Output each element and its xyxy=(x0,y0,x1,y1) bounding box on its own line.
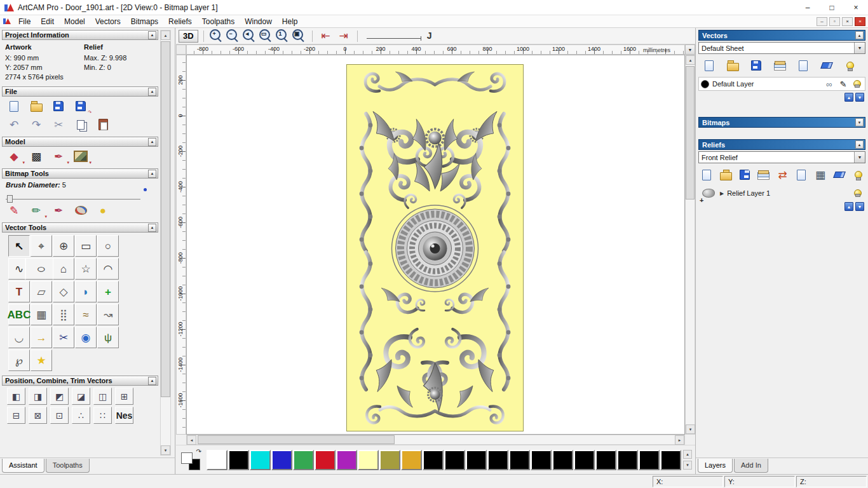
project-information-header[interactable]: Project Information xyxy=(2,30,158,40)
dropdown-arrow-icon[interactable] xyxy=(854,43,865,53)
fg-bg-colour-selector[interactable] xyxy=(181,450,201,470)
collapse-icon[interactable] xyxy=(148,170,156,178)
create-arc[interactable]: ◠ xyxy=(97,258,119,280)
scroll-right-icon[interactable]: ▸ xyxy=(675,435,684,445)
vector-doctor[interactable]: ◉ xyxy=(75,327,97,348)
move-relief-layer-up[interactable]: ▲ xyxy=(844,202,853,211)
nesting[interactable]: Nes xyxy=(115,407,133,424)
zoom-previous[interactable]: ◂ xyxy=(242,29,257,44)
save-vector-layers[interactable] xyxy=(748,58,764,73)
palette-swatch-5[interactable] xyxy=(315,450,336,470)
array-copy[interactable]: ∴ xyxy=(72,407,90,424)
tab-layers[interactable]: Layers xyxy=(698,459,733,473)
file-header[interactable]: File xyxy=(2,86,158,97)
create-rectangle[interactable]: ▭ xyxy=(75,235,97,257)
fillet-vectors[interactable]: ◗ xyxy=(75,281,97,302)
palette-swatch-19[interactable] xyxy=(617,450,638,470)
reliefs-header[interactable]: Reliefs xyxy=(698,139,865,150)
scatter-copy[interactable]: ∷ xyxy=(93,407,112,424)
move-relief-layer-down[interactable]: ▼ xyxy=(855,202,864,211)
menu-toolpaths[interactable]: Toolpaths xyxy=(197,16,240,27)
model-header[interactable]: Model xyxy=(2,137,158,147)
scroll-left-icon[interactable]: ◂ xyxy=(187,435,196,445)
convert-text-to-vectors[interactable]: ABC xyxy=(8,304,30,325)
zoom-out[interactable]: − xyxy=(226,29,241,44)
brush-diameter-slider[interactable] xyxy=(6,191,140,200)
transfer-relief-layer[interactable]: ⇄ xyxy=(776,167,789,182)
vector-layer-row[interactable]: Default Layer ∞✎ xyxy=(698,77,865,91)
maximize-button[interactable]: □ xyxy=(820,0,844,15)
collapse-icon[interactable] xyxy=(148,377,156,385)
collapse-icon[interactable] xyxy=(148,88,156,96)
align-bottom[interactable]: ◪ xyxy=(72,388,90,405)
canvas-horizontal-scrollbar[interactable]: ◂ ▸ xyxy=(186,435,685,445)
mdi-restore-button[interactable]: ▫ xyxy=(829,17,840,26)
align-top[interactable]: ◩ xyxy=(50,388,69,405)
delete-relief-layer[interactable] xyxy=(834,167,846,182)
palette-swatch-17[interactable] xyxy=(574,450,595,470)
zoom-1-to-1[interactable]: 1 xyxy=(275,29,290,44)
palette-swatch-3[interactable] xyxy=(271,450,292,470)
relief-layer-row[interactable]: Relief Layer 1 xyxy=(698,186,865,200)
close-button[interactable]: × xyxy=(844,0,868,15)
create-polygon[interactable]: ⌂ xyxy=(53,258,74,280)
create-vector-text[interactable]: T xyxy=(8,281,30,302)
move-vector-layer-down[interactable]: ▼ xyxy=(855,93,864,102)
scroll-up-icon[interactable]: ▴ xyxy=(161,30,170,40)
swap-colours-icon[interactable] xyxy=(196,448,201,455)
paste[interactable] xyxy=(95,117,111,132)
fit-arcs-to-polyline[interactable]: ◡ xyxy=(8,327,30,348)
menu-edit[interactable]: Edit xyxy=(36,16,59,27)
subtract-vectors[interactable]: ⊠ xyxy=(29,407,47,424)
dropdown-arrow-icon[interactable] xyxy=(854,152,865,163)
merge-visible-vector-layers[interactable] xyxy=(771,58,788,73)
undo[interactable]: ↶ xyxy=(6,117,22,132)
palette-scroll-up-icon[interactable]: ▴ xyxy=(683,450,692,459)
zoom-in[interactable]: + xyxy=(209,29,224,44)
create-star[interactable]: ☆ xyxy=(75,258,97,280)
paint-selective-tool[interactable]: ✏▾ xyxy=(28,203,44,218)
load-bitmap-image[interactable]: ▾ xyxy=(72,149,89,164)
weld-vectors[interactable]: ⊟ xyxy=(7,407,25,424)
block-array-copy[interactable]: ⣿ xyxy=(53,304,74,325)
transform-vectors[interactable]: ⊕ xyxy=(53,235,74,257)
align-right[interactable]: ◨ xyxy=(29,388,47,405)
tab-add-in[interactable]: Add In xyxy=(734,459,768,473)
save-model-as[interactable]: ↷ xyxy=(72,98,89,114)
layer-snap-icon[interactable]: ∞ xyxy=(824,78,835,90)
tab-assistant[interactable]: Assistant xyxy=(2,459,44,473)
palette-swatch-4[interactable] xyxy=(293,450,314,470)
scroll-thumb[interactable] xyxy=(198,435,395,444)
tab-toolpaths[interactable]: Toolpaths xyxy=(46,459,90,473)
redo[interactable]: ↷ xyxy=(28,117,44,132)
units-dropdown-icon[interactable] xyxy=(685,44,695,55)
select-vectors[interactable]: ↖ xyxy=(8,235,30,257)
palette-swatch-14[interactable] xyxy=(509,450,530,470)
collapse-icon[interactable] xyxy=(148,31,156,39)
create-boundary[interactable]: ℘ xyxy=(8,349,30,371)
palette-swatch-13[interactable] xyxy=(487,450,508,470)
palette-swatch-6[interactable] xyxy=(336,450,357,470)
view-3d-button[interactable]: 3D xyxy=(179,30,198,43)
collapse-icon[interactable] xyxy=(148,138,156,146)
palette-swatch-9[interactable] xyxy=(401,450,422,470)
view-close-button[interactable]: × xyxy=(855,17,865,26)
mdi-minimize-button[interactable]: – xyxy=(817,17,827,26)
relief-selector[interactable]: Front Relief xyxy=(698,151,865,163)
zoom-fit-page[interactable]: ▣ xyxy=(292,29,307,44)
palette-swatch-20[interactable] xyxy=(639,450,660,470)
menu-model[interactable]: Model xyxy=(59,16,90,27)
flood-fill-tool[interactable]: ● xyxy=(95,203,111,218)
centre-in-page[interactable]: ⊞ xyxy=(115,388,133,405)
palette-swatch-8[interactable] xyxy=(379,450,400,470)
previous-view[interactable]: ⇤ xyxy=(318,29,334,44)
layer-colour-swatch[interactable] xyxy=(701,80,709,88)
collapse-icon[interactable] xyxy=(855,140,864,149)
set-model-size[interactable]: ◆▾ xyxy=(6,149,22,164)
open-model[interactable] xyxy=(28,98,44,114)
assistant-scrollbar[interactable]: ▴ ▾ xyxy=(160,30,171,456)
sheet-selector[interactable]: Default Sheet xyxy=(698,42,865,54)
expander-icon[interactable] xyxy=(720,191,724,196)
bitmaps-header[interactable]: Bitmaps xyxy=(698,117,865,128)
menu-window[interactable]: Window xyxy=(240,16,277,27)
